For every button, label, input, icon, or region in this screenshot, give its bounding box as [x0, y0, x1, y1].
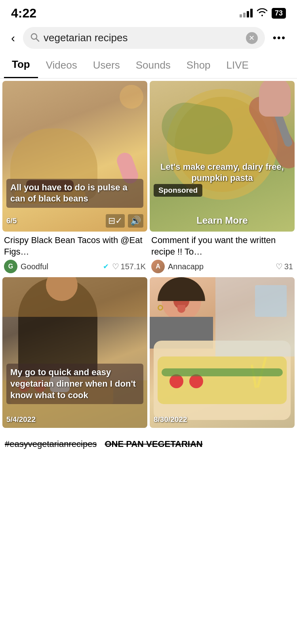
video-card-1[interactable]: All you have to do is pulse a can of bla…	[2, 81, 147, 275]
avatar-goodful: G	[4, 260, 17, 273]
tab-videos[interactable]: Videos	[38, 53, 85, 78]
video-thumbnail-2: Let's make creamy, dairy free, pumpkin p…	[150, 81, 295, 232]
likes-count-1: ♡ 157.1K	[112, 262, 146, 271]
video-overlay-text-2: Let's make creamy, dairy free, pumpkin p…	[154, 161, 291, 184]
video-info-3	[2, 428, 147, 433]
video-info-2: Comment if you want the written recipe !…	[150, 232, 295, 275]
wifi-icon	[257, 8, 268, 19]
search-query: vegetarian recipes	[44, 32, 242, 44]
learn-more-button[interactable]: Learn More	[150, 215, 295, 226]
search-input-wrapper[interactable]: vegetarian recipes ✕	[23, 27, 265, 49]
avatar-anna: A	[151, 260, 165, 273]
search-icon	[30, 33, 40, 44]
video-date-3: 5/4/2022	[6, 415, 36, 424]
video-meta-1: G Goodful ✔ ♡ 157.1K	[4, 260, 146, 273]
back-button[interactable]: ‹	[8, 30, 18, 46]
video-title-2: Comment if you want the written recipe !…	[151, 235, 293, 257]
svg-line-1	[36, 38, 39, 41]
video-overlay-text-1: All you have to do is pulse a can of bla…	[6, 179, 143, 208]
search-tabs: Top Videos Users Sounds Shop LIVE	[0, 52, 297, 79]
video-info-1: Crispy Black Bean Tacos with @Eat Figs… …	[2, 232, 147, 275]
video-thumbnail-1: All you have to do is pulse a can of bla…	[2, 81, 147, 232]
video-card-3[interactable]: My go to quick and easy vegetarian dinne…	[2, 277, 147, 433]
video-controls-1: 6/5 ⊟✓ 🔊	[6, 214, 143, 228]
video-overlay-text-3: My go to quick and easy vegetarian dinne…	[6, 364, 143, 404]
video-title-1: Crispy Black Bean Tacos with @Eat Figs…	[4, 235, 146, 257]
tab-top[interactable]: Top	[4, 52, 38, 78]
sponsored-badge: Sponsored	[154, 184, 202, 197]
tab-sounds[interactable]: Sounds	[128, 53, 179, 78]
video-date-4: 8/30/2022	[154, 415, 187, 424]
username-anna: Annacapp	[168, 262, 272, 271]
bottom-tags: #easyvegetarianrecipes ONE PAN VEGETARIA…	[0, 435, 297, 453]
caption-icon: ⊟✓	[106, 214, 125, 228]
video-counter-1: 6/5	[6, 217, 17, 225]
video-meta-2: A Annacapp ♡ 31	[151, 260, 293, 273]
search-bar: ‹ vegetarian recipes ✕ •••	[0, 24, 297, 52]
status-icons: 73	[240, 8, 286, 19]
status-time: 4:22	[11, 6, 36, 21]
video-thumbnail-4: 8/30/2022	[150, 277, 295, 428]
bottom-tag-1[interactable]: #easyvegetarianrecipes	[5, 439, 97, 449]
status-bar: 4:22 73	[0, 0, 297, 24]
video-card-4[interactable]: 8/30/2022	[150, 277, 295, 433]
video-card-2[interactable]: Let's make creamy, dairy free, pumpkin p…	[150, 81, 295, 275]
bottom-tag-2[interactable]: ONE PAN VEGETARIAN	[105, 439, 202, 449]
video-info-4	[150, 428, 295, 433]
video-icons-1: ⊟✓ 🔊	[106, 214, 143, 228]
username-goodful: Goodful	[21, 262, 100, 271]
battery-icon: 73	[272, 8, 286, 19]
likes-count-2: ♡ 31	[276, 262, 293, 271]
tab-shop[interactable]: Shop	[179, 53, 219, 78]
heart-icon-2: ♡	[276, 262, 283, 271]
video-thumbnail-3: My go to quick and easy vegetarian dinne…	[2, 277, 147, 428]
signal-icon	[240, 9, 253, 17]
clear-search-button[interactable]: ✕	[246, 32, 258, 44]
tab-live[interactable]: LIVE	[219, 53, 257, 78]
heart-icon-1: ♡	[112, 262, 119, 271]
verified-icon-1: ✔	[103, 262, 109, 271]
more-options-button[interactable]: •••	[270, 30, 289, 46]
sound-icon: 🔊	[128, 214, 143, 228]
tab-users[interactable]: Users	[85, 53, 128, 78]
video-grid: All you have to do is pulse a can of bla…	[0, 79, 297, 435]
